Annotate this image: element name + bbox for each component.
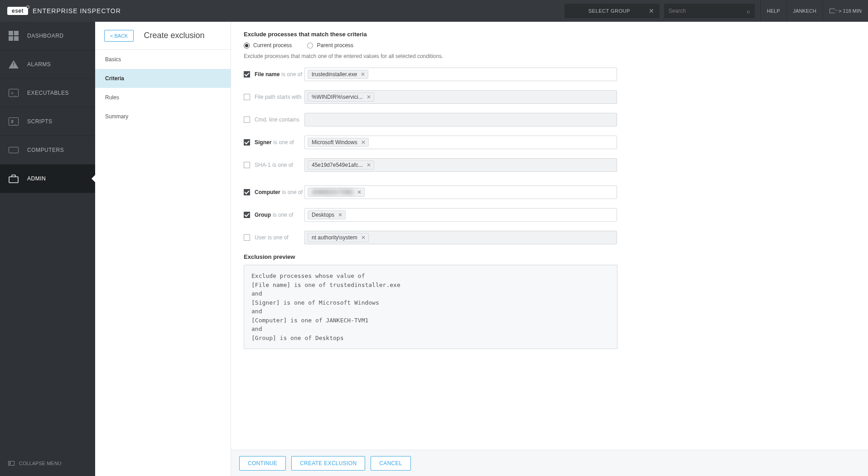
svg-rect-0 <box>9 177 18 183</box>
sidebar-item-scripts[interactable]: #_ SCRIPTS <box>0 107 95 136</box>
help-text: Exclude processes that match one of the … <box>244 53 855 59</box>
chip-remove-icon[interactable]: ✕ <box>360 235 366 240</box>
chip-remove-icon[interactable]: ✕ <box>360 140 366 145</box>
preview-title: Exclusion preview <box>244 253 855 260</box>
criteria-checkbox[interactable] <box>244 212 250 218</box>
criteria-checkbox[interactable] <box>244 234 250 241</box>
criteria-row: Useris one ofnt authority\system✕ <box>244 231 855 244</box>
criteria-checkbox[interactable] <box>244 189 250 195</box>
close-icon[interactable]: ✕ <box>649 7 654 15</box>
chip-text: Desktops <box>312 212 334 218</box>
radio-label: Parent process <box>317 42 353 49</box>
sidebar-item-computers[interactable]: COMPUTERS <box>0 136 95 165</box>
preview-section: Exclusion preview Exclude processes whos… <box>244 253 855 349</box>
alarm-icon <box>8 59 19 70</box>
main-area: Exclude processes that match these crite… <box>231 22 868 476</box>
dashboard-icon <box>8 30 19 41</box>
criteria-input[interactable]: nt authority\system✕ <box>304 231 617 244</box>
sidebar-item-label: COMPUTERS <box>27 147 64 153</box>
criteria-checkbox[interactable] <box>244 117 250 123</box>
chip: 45e19d7e549e1afc...✕ <box>308 160 374 170</box>
criteria-label: SHA-1is one of <box>255 162 304 168</box>
session-timeout[interactable]: > 118 MIN <box>823 0 868 22</box>
criteria-label: Computeris one of <box>255 189 304 195</box>
chip-remove-icon[interactable]: ✕ <box>356 189 362 195</box>
radio-label: Current process <box>253 42 292 49</box>
create-exclusion-button[interactable]: CREATE EXCLUSION <box>291 456 365 471</box>
criteria-row: File path starts with%WINDIR%\servici...… <box>244 90 855 104</box>
criteria-input[interactable]: Desktops✕ <box>304 208 617 222</box>
criteria-input[interactable]: JANKECH-TVM1✕ <box>304 185 617 199</box>
criteria-input[interactable] <box>304 113 617 126</box>
criteria-checkbox[interactable] <box>244 94 250 100</box>
preview-text: Exclude processes whose value of [File n… <box>244 265 617 349</box>
criteria-label: Signeris one of <box>255 139 304 146</box>
radio-current-process[interactable]: Current process <box>244 42 292 49</box>
sidebar-item-dashboard[interactable]: DASHBOARD <box>0 22 95 50</box>
chip-text: trustedinstaller.exe <box>312 71 357 78</box>
criteria-row: File nameis one oftrustedinstaller.exe✕ <box>244 68 855 81</box>
chip: Microsoft Windows✕ <box>308 138 369 147</box>
criteria-label: Cmd. line contains <box>255 117 304 123</box>
chip-text: nt authority\system <box>312 234 357 241</box>
terminal-icon: >_ <box>8 87 19 98</box>
wizard-step-criteria[interactable]: Criteria <box>95 69 231 88</box>
chip-remove-icon[interactable]: ✕ <box>337 212 343 218</box>
wizard-step-basics[interactable]: Basics <box>95 50 231 69</box>
cancel-button[interactable]: CANCEL <box>371 456 410 471</box>
chip-text: Microsoft Windows <box>312 139 357 146</box>
back-button[interactable]: < BACK <box>104 30 134 42</box>
content: Exclude processes that match these crite… <box>231 22 868 450</box>
chip: JANKECH-TVM1✕ <box>308 188 365 197</box>
chip: Desktops✕ <box>308 210 346 219</box>
chip-remove-icon[interactable]: ✕ <box>366 162 372 168</box>
collapse-menu-button[interactable]: COLLAPSE MENU <box>0 453 95 476</box>
select-group-dropdown[interactable]: SELECT GROUP ✕ <box>564 4 660 18</box>
search-box[interactable]: ⌕ <box>664 4 755 18</box>
sidebar-item-label: DASHBOARD <box>27 33 64 39</box>
criteria-label: File nameis one of <box>255 71 304 78</box>
sidebar: DASHBOARD ALARMS >_ EXECUTABLES #_ SCRIP… <box>0 22 95 476</box>
criteria-input[interactable]: 45e19d7e549e1afc...✕ <box>304 158 617 172</box>
criteria-row: Computeris one ofJANKECH-TVM1✕ <box>244 185 855 199</box>
chip-remove-icon[interactable]: ✕ <box>366 94 372 100</box>
criteria-checkbox[interactable] <box>244 71 250 78</box>
chip: %WINDIR%\servici...✕ <box>308 92 374 102</box>
chip-remove-icon[interactable]: ✕ <box>360 72 366 77</box>
criteria-label: Groupis one of <box>255 212 304 218</box>
criteria-checkbox[interactable] <box>244 162 250 168</box>
sidebar-item-label: EXECUTABLES <box>27 90 69 96</box>
radio-indicator-icon <box>307 43 313 49</box>
footer-bar: CONTINUE CREATE EXCLUSION CANCEL <box>231 450 868 476</box>
section-title: Exclude processes that match these crite… <box>244 31 855 38</box>
process-type-radios: Current process Parent process <box>244 42 855 49</box>
wizard-steps: Basics Criteria Rules Summary <box>95 50 231 126</box>
chip-text: JANKECH-TVM1 <box>312 189 353 195</box>
sidebar-item-executables[interactable]: >_ EXECUTABLES <box>0 79 95 107</box>
continue-button[interactable]: CONTINUE <box>239 456 286 471</box>
search-input[interactable] <box>669 8 747 14</box>
brand: eset ENTERPRISE INSPECTOR <box>0 7 245 15</box>
sidebar-item-admin[interactable]: ADMIN <box>0 165 95 193</box>
criteria-checkbox[interactable] <box>244 139 250 146</box>
sidebar-item-label: SCRIPTS <box>27 118 53 125</box>
help-link[interactable]: HELP <box>760 0 786 22</box>
briefcase-icon <box>8 173 19 184</box>
radio-parent-process[interactable]: Parent process <box>307 42 353 49</box>
criteria-row: Groupis one ofDesktops✕ <box>244 208 855 222</box>
topbar: eset ENTERPRISE INSPECTOR SELECT GROUP ✕… <box>0 0 868 22</box>
criteria-input[interactable]: %WINDIR%\servici...✕ <box>304 90 617 104</box>
criteria-row: SHA-1is one of45e19d7e549e1afc...✕ <box>244 158 855 172</box>
search-icon: ⌕ <box>747 8 750 15</box>
wizard-step-rules[interactable]: Rules <box>95 88 231 107</box>
criteria-input[interactable]: Microsoft Windows✕ <box>304 136 617 149</box>
sidebar-item-alarms[interactable]: ALARMS <box>0 50 95 79</box>
wizard-sidebar: < BACK Create exclusion Basics Criteria … <box>95 22 231 476</box>
chip-text: 45e19d7e549e1afc... <box>312 162 363 168</box>
page-title: Create exclusion <box>144 31 204 40</box>
user-menu[interactable]: JANKECH <box>786 0 823 22</box>
criteria-input[interactable]: trustedinstaller.exe✕ <box>304 68 617 81</box>
computer-icon <box>8 145 19 155</box>
sidebar-item-label: ADMIN <box>27 175 46 182</box>
wizard-step-summary[interactable]: Summary <box>95 107 231 126</box>
